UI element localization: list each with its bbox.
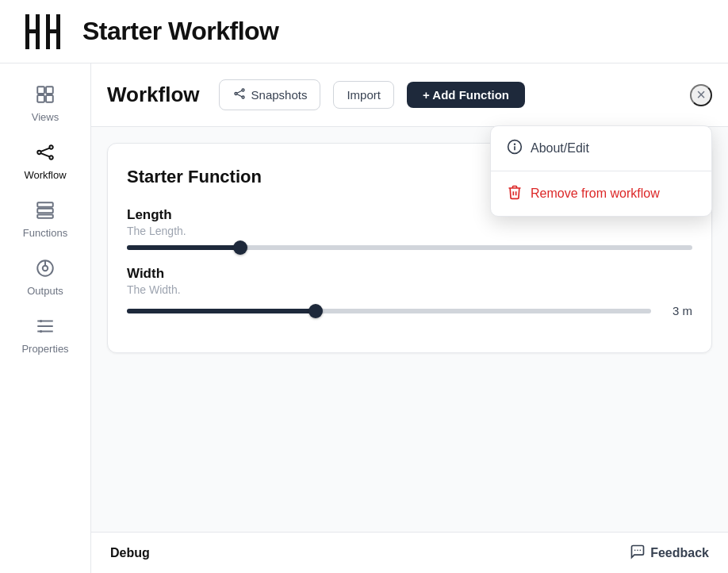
sidebar-item-properties-label: Properties (21, 343, 68, 355)
svg-point-26 (235, 93, 237, 95)
app-title: Starter Workflow (82, 17, 278, 46)
functions-icon (35, 200, 56, 224)
svg-rect-16 (37, 209, 53, 213)
sidebar-item-workflow-label: Workflow (24, 169, 66, 181)
sidebar-item-properties[interactable]: Properties (10, 308, 81, 363)
length-track (127, 245, 692, 250)
width-label: Width (127, 266, 692, 282)
svg-point-39 (640, 549, 642, 551)
add-function-button[interactable]: + Add Function (407, 82, 525, 108)
width-field: Width The Width. 3 m (127, 266, 692, 317)
top-header: Starter Workflow (0, 0, 728, 63)
svg-rect-8 (37, 95, 44, 102)
snapshots-icon (232, 87, 247, 103)
feedback-button[interactable]: Feedback (630, 544, 709, 563)
workflow-icon (35, 142, 56, 166)
svg-rect-9 (46, 95, 53, 102)
svg-line-14 (41, 153, 50, 156)
import-label: Import (347, 88, 381, 102)
sidebar-item-functions[interactable]: Functions (10, 192, 81, 247)
width-track (127, 309, 651, 313)
svg-rect-17 (37, 214, 53, 217)
content-area: Workflow Snapshots Import + Add Function (91, 63, 728, 573)
length-fill (127, 245, 240, 250)
svg-point-25 (40, 330, 42, 333)
feedback-icon (630, 544, 646, 563)
grid-icon (35, 84, 56, 108)
sidebar-item-workflow[interactable]: Workflow (10, 134, 81, 189)
outputs-icon (35, 258, 56, 282)
svg-point-12 (49, 156, 52, 159)
svg-rect-6 (37, 87, 44, 94)
properties-icon (35, 316, 56, 340)
svg-rect-7 (46, 87, 53, 94)
svg-point-19 (43, 266, 48, 271)
svg-line-13 (41, 148, 50, 152)
svg-point-10 (37, 151, 40, 154)
add-function-label: + Add Function (423, 88, 509, 102)
svg-point-11 (49, 145, 52, 148)
width-value: 3 m (661, 304, 692, 317)
debug-button[interactable]: Debug (110, 546, 150, 560)
svg-point-27 (242, 89, 244, 91)
sidebar-item-views-label: Views (32, 111, 59, 123)
svg-rect-15 (37, 202, 53, 206)
width-slider-row: 3 m (127, 304, 692, 317)
bottom-bar: Debug Feedback (91, 532, 728, 573)
svg-point-37 (637, 549, 638, 551)
close-icon: × (696, 86, 706, 104)
sidebar-item-functions-label: Functions (23, 227, 67, 239)
width-slider[interactable] (127, 309, 651, 313)
sidebar-item-outputs[interactable]: Outputs (10, 250, 81, 305)
svg-point-24 (40, 320, 42, 322)
length-hint: The Length. (127, 225, 692, 237)
width-thumb[interactable] (308, 304, 323, 318)
length-slider-row (127, 245, 692, 250)
width-fill (127, 309, 316, 313)
width-hint: The Width. (127, 283, 692, 296)
about-edit-label: About/Edit (531, 141, 589, 156)
svg-point-28 (242, 96, 244, 98)
snapshots-button[interactable]: Snapshots (219, 79, 321, 110)
svg-rect-2 (36, 14, 40, 49)
about-edit-item[interactable]: About/Edit (491, 126, 711, 171)
svg-point-38 (634, 549, 636, 551)
app-logo (19, 10, 67, 53)
main-layout: Views Workflow (0, 63, 728, 573)
trash-icon (507, 184, 523, 203)
sidebar-item-outputs-label: Outputs (27, 285, 63, 297)
sidebar-item-views[interactable]: Views (10, 76, 81, 131)
dropdown-menu: About/Edit Remove from workflow (490, 125, 712, 217)
svg-rect-5 (56, 14, 60, 49)
close-button[interactable]: × (690, 84, 712, 106)
remove-label: Remove from workflow (531, 187, 660, 201)
length-slider[interactable] (127, 245, 692, 250)
function-name: Starter Function (127, 167, 262, 187)
sidebar: Views Workflow (0, 63, 91, 573)
import-button[interactable]: Import (333, 81, 394, 109)
remove-from-workflow-item[interactable]: Remove from workflow (491, 171, 711, 216)
snapshots-label: Snapshots (251, 88, 308, 102)
content-title: Workflow (107, 83, 200, 107)
feedback-label: Feedback (650, 546, 709, 560)
info-icon (507, 139, 523, 158)
content-header: Workflow Snapshots Import + Add Function (91, 63, 728, 127)
length-thumb[interactable] (233, 240, 247, 255)
